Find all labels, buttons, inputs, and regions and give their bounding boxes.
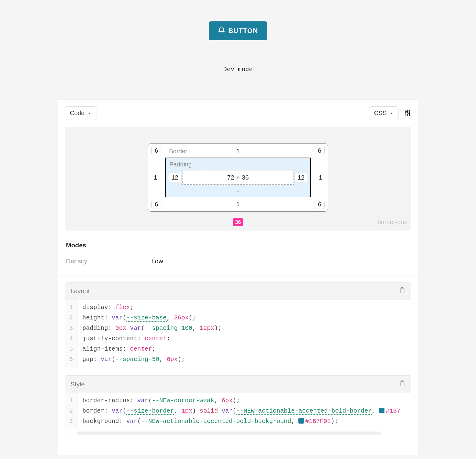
code-token-punc: ); <box>178 356 185 363</box>
chevron-down-icon <box>88 110 91 117</box>
code-token-prop: background <box>82 418 119 425</box>
code-line: display: flex; <box>82 302 222 313</box>
code-token-punc: , <box>174 407 181 414</box>
copy-clipboard-icon[interactable] <box>399 380 406 388</box>
code-token-punc: : <box>108 325 115 332</box>
code-token-punc: : <box>123 345 130 352</box>
code-section-header: Style <box>65 376 411 393</box>
divider <box>58 275 418 275</box>
code-token-val: center <box>130 345 152 352</box>
code-body: 123border-radius: var(--NEW-corner-weak,… <box>65 393 411 429</box>
code-token-punc: ); <box>189 314 196 321</box>
inspector-panel: Code CSS Border 6 <box>58 100 418 455</box>
code-token-var: --size-base <box>126 314 167 322</box>
code-lines[interactable]: border-radius: var(--NEW-corner-weak, 6p… <box>78 393 405 429</box>
code-token-punc: ; <box>152 345 156 352</box>
padding-bottom[interactable]: - <box>237 187 239 195</box>
line-gutter: 123 <box>65 393 78 429</box>
chevron-down-icon <box>390 110 393 117</box>
code-token-punc: ; <box>130 304 134 311</box>
box-model-content: 72 × 36 <box>182 170 294 185</box>
code-token-var: --spacing-100 <box>145 325 192 332</box>
code-token-punc: ( <box>141 325 145 332</box>
code-token-prop: gap <box>82 356 93 363</box>
code-token-punc: : <box>119 418 126 425</box>
modes-block: Modes Density Low <box>65 242 411 265</box>
code-body: 123456display: flex;height: var(--size-b… <box>65 300 411 367</box>
code-lines[interactable]: display: flex;height: var(--size-base, 3… <box>78 300 226 367</box>
border-top[interactable]: 1 <box>236 148 240 155</box>
example-button[interactable]: BUTTON <box>209 21 267 40</box>
padding-top[interactable]: - <box>237 161 239 168</box>
code-token-var: --size-border <box>126 407 174 415</box>
code-token-punc: : <box>137 335 145 342</box>
code-token-func: var <box>112 407 123 414</box>
color-swatch <box>298 418 304 424</box>
code-token-prop: height <box>82 314 104 321</box>
code-section: Layout123456display: flex;height: var(--… <box>65 282 411 367</box>
measure-connector <box>238 212 238 218</box>
copy-clipboard-icon[interactable] <box>399 287 406 295</box>
example-button-label: BUTTON <box>228 27 258 35</box>
code-token-prop: border <box>82 407 104 414</box>
border-right[interactable]: 1 <box>319 174 322 181</box>
code-token-num: 6px <box>222 397 233 404</box>
svg-point-3 <box>407 113 408 114</box>
padding-right[interactable]: 12 <box>294 173 308 182</box>
modes-title: Modes <box>66 242 410 249</box>
bell-icon <box>218 26 225 35</box>
code-token-punc: , <box>291 418 298 425</box>
code-token-punc: ( <box>123 407 126 414</box>
code-token-punc: : <box>104 407 112 414</box>
measure-tag: 36 <box>233 218 243 226</box>
code-token-punc: , <box>159 356 167 363</box>
tab-dropdown[interactable]: Code <box>65 106 96 120</box>
code-section: Style123border-radius: var(--NEW-corner-… <box>65 375 411 438</box>
border-radius-tr[interactable]: 6 <box>315 146 325 155</box>
content-height: 36 <box>242 174 249 181</box>
lang-dropdown[interactable]: CSS <box>369 106 398 120</box>
border-radius-tl[interactable]: 6 <box>151 146 161 155</box>
code-token-num: #1B7F9E <box>305 418 331 425</box>
code-token-num: 12px <box>200 325 214 332</box>
code-token-num: 36px <box>174 314 189 321</box>
code-token-punc: : <box>130 397 137 404</box>
code-token-func: var <box>101 356 112 363</box>
mode-row: Density Low <box>66 257 410 265</box>
code-section-title: Style <box>70 381 85 388</box>
lang-dropdown-label: CSS <box>374 110 387 117</box>
code-token-kw: solid <box>200 407 218 414</box>
code-token-punc: , <box>167 314 174 321</box>
svg-point-5 <box>409 111 410 112</box>
code-line: gap: var(--spacing-50, 6px); <box>82 354 222 365</box>
code-token-prop: border-radius <box>82 397 130 404</box>
code-section-header: Layout <box>65 282 411 300</box>
code-token-punc: ( <box>123 314 126 321</box>
code-token-var: --spacing-50 <box>115 356 159 363</box>
code-line: background: var(--NEW-actionable-accente… <box>82 416 400 427</box>
padding-label: Padding <box>169 161 192 168</box>
border-left[interactable]: 1 <box>154 174 157 181</box>
code-token-prop: display <box>82 304 108 311</box>
horizontal-scrollbar[interactable] <box>77 432 381 435</box>
code-token-num: #1B7 <box>386 407 400 414</box>
code-token-punc: ( <box>137 418 141 425</box>
border-bottom[interactable]: 1 <box>236 201 240 208</box>
code-token-func: var <box>222 407 233 414</box>
border-radius-br[interactable]: 6 <box>315 200 325 209</box>
border-radius-bl[interactable]: 6 <box>151 200 161 209</box>
code-token-punc: ); <box>331 418 338 425</box>
border-label: Border <box>169 148 187 155</box>
padding-left[interactable]: 12 <box>168 173 182 182</box>
code-line: padding: 0px var(--spacing-100, 12px); <box>82 323 222 333</box>
settings-sliders-icon[interactable] <box>404 109 411 118</box>
code-token-prop: padding <box>82 325 108 332</box>
code-token-func: var <box>126 418 137 425</box>
code-token-punc: : <box>108 304 115 311</box>
code-line: border-radius: var(--NEW-corner-weak, 6p… <box>82 395 400 406</box>
code-token-var: --NEW-actionable-accented-bold-backgroun… <box>141 418 291 425</box>
code-token-punc: , <box>192 325 200 332</box>
code-section-title: Layout <box>70 287 90 295</box>
box-model-border: Border 6 6 6 6 1 1 1 1 Padding - - 12 12… <box>148 143 328 212</box>
code-token-var: --NEW-corner-weak <box>152 397 214 404</box>
